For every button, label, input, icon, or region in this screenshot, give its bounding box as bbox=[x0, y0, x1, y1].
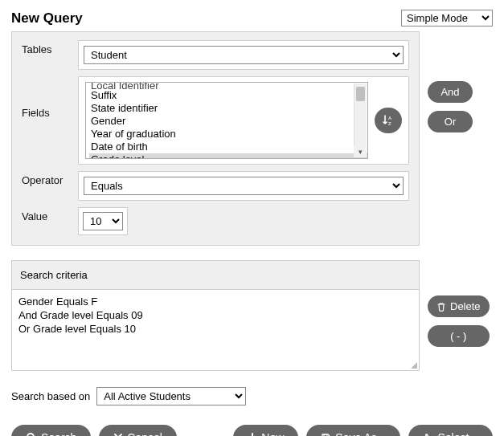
mode-select[interactable]: Simple Mode bbox=[401, 10, 493, 26]
criteria-header: Search criteria bbox=[12, 261, 419, 290]
sort-button[interactable]: A Z bbox=[375, 108, 402, 133]
pointer-icon bbox=[423, 433, 433, 437]
save-icon bbox=[321, 433, 331, 437]
field-item[interactable]: Local Identifier bbox=[89, 83, 367, 89]
criteria-line: Gender Equals F bbox=[18, 295, 412, 308]
scroll-thumb[interactable] bbox=[356, 87, 365, 101]
based-on-select[interactable]: All Active Students bbox=[96, 387, 246, 405]
fields-listbox[interactable]: Local Identifier Suffix State identifier… bbox=[85, 82, 368, 159]
save-as-button[interactable]: Save As... bbox=[306, 425, 400, 436]
delete-button[interactable]: Delete bbox=[428, 295, 490, 317]
sort-az-icon: A Z bbox=[382, 114, 395, 127]
select-button[interactable]: Select... bbox=[408, 425, 493, 436]
field-item[interactable]: Date of birth bbox=[89, 141, 367, 153]
field-item[interactable]: State identifier bbox=[89, 102, 367, 115]
criteria-panel: Search criteria Gender Equals F And Grad… bbox=[11, 260, 420, 371]
operator-label: Operator bbox=[15, 171, 78, 186]
query-builder-panel: Tables Student Fields Local Identifier bbox=[11, 31, 420, 246]
field-item[interactable]: Suffix bbox=[89, 89, 367, 102]
operator-select[interactable]: Equals bbox=[84, 177, 404, 195]
parens-button[interactable]: ( - ) bbox=[428, 325, 490, 347]
or-button[interactable]: Or bbox=[428, 111, 473, 132]
field-item[interactable]: Grade level bbox=[89, 153, 367, 159]
trash-icon bbox=[436, 302, 446, 312]
svg-text:A: A bbox=[388, 116, 391, 120]
svg-text:Z: Z bbox=[388, 121, 391, 126]
tables-select[interactable]: Student bbox=[84, 46, 404, 64]
page-title: New Query bbox=[11, 10, 83, 26]
search-icon bbox=[26, 432, 37, 436]
close-icon bbox=[113, 433, 123, 436]
tables-label: Tables bbox=[15, 40, 78, 55]
new-button[interactable]: New bbox=[233, 425, 298, 436]
field-item[interactable]: Gender bbox=[89, 115, 367, 128]
and-button[interactable]: And bbox=[428, 81, 473, 103]
resize-handle[interactable] bbox=[409, 361, 417, 369]
criteria-line: And Grade level Equals 09 bbox=[18, 308, 412, 322]
plus-icon bbox=[248, 433, 257, 436]
cancel-button[interactable]: Cancel bbox=[99, 425, 177, 436]
based-on-label: Search based on bbox=[11, 390, 90, 402]
fields-label: Fields bbox=[15, 76, 78, 119]
search-button[interactable]: Search bbox=[11, 425, 91, 436]
value-label: Value bbox=[15, 207, 78, 222]
value-select[interactable]: 10 bbox=[83, 212, 123, 230]
criteria-line: Or Grade level Equals 10 bbox=[18, 322, 412, 336]
field-item[interactable]: Year of graduation bbox=[89, 128, 367, 141]
criteria-textarea[interactable]: Gender Equals F And Grade level Equals 0… bbox=[12, 290, 419, 370]
chevron-down-icon[interactable]: ▾ bbox=[354, 146, 367, 157]
